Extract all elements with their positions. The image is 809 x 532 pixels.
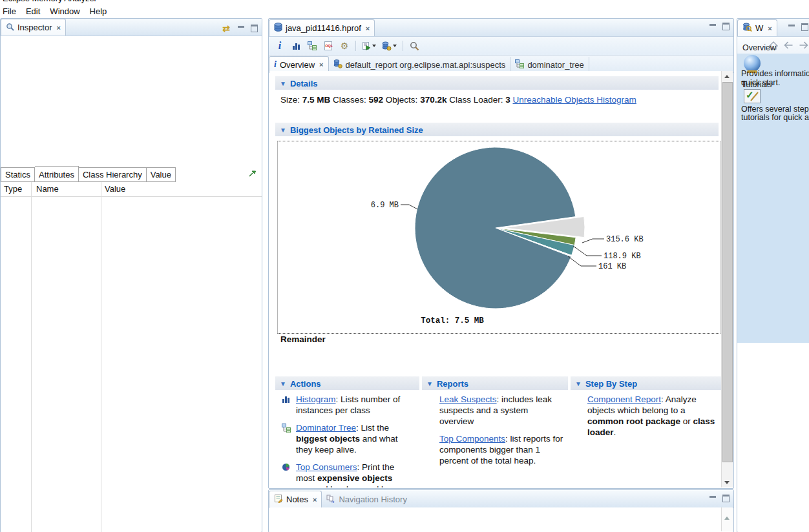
histogram-link[interactable]: Histogram xyxy=(296,394,336,404)
tab-default-report[interactable]: default_report org.eclipse.mat.api:suspe… xyxy=(329,57,511,72)
scroll-up-icon[interactable] xyxy=(722,513,732,523)
scroll-up-icon[interactable] xyxy=(722,71,732,81)
column-divider xyxy=(31,182,32,532)
column-name[interactable]: Name xyxy=(36,184,59,194)
column-type[interactable]: Type xyxy=(4,184,22,194)
tab-dominator-tree[interactable]: dominator_tree xyxy=(510,57,589,72)
unreachable-objects-histogram-link[interactable]: Unreachable Objects Histogram xyxy=(513,95,636,105)
section-step-by-step[interactable]: ▼ Step By Step xyxy=(571,376,722,390)
tab-navigation-history[interactable]: Navigation History xyxy=(322,491,412,507)
navigation-history-icon xyxy=(326,495,335,505)
editor-tabrow: java_pid11416.hprof × xyxy=(269,19,733,37)
section-biggest-objects-title: Biggest Objects by Retained Size xyxy=(290,125,423,135)
histogram-icon[interactable] xyxy=(291,40,301,52)
tab-inspector[interactable]: Inspector × xyxy=(1,19,66,36)
menu-file[interactable]: File xyxy=(3,6,16,16)
maximize-icon[interactable] xyxy=(251,25,258,32)
collapse-arrow-icon[interactable]: ▼ xyxy=(426,380,433,387)
dropdown-icon[interactable] xyxy=(393,45,397,47)
remainder-label: Remainder xyxy=(280,334,326,344)
inspector-panel: Inspector × ⇄ Statics Attributes Class H… xyxy=(0,18,262,532)
leak-suspects-link[interactable]: Leak Suspects xyxy=(439,394,497,404)
section-reports[interactable]: ▼ Reports xyxy=(422,376,568,390)
back-icon[interactable] xyxy=(783,39,793,51)
toolbar-separator xyxy=(355,41,356,51)
synchronize-icon[interactable]: ⇄ xyxy=(221,23,231,34)
tab-value[interactable]: Value xyxy=(147,167,176,182)
overview-content: ▼ Details Size: 7.5 MB Classes: 592 Obje… xyxy=(269,71,722,487)
pin-icon[interactable] xyxy=(248,169,257,180)
tab-overview-label: Overview xyxy=(280,60,315,70)
tab-attributes[interactable]: Attributes xyxy=(35,166,79,182)
minimize-icon[interactable] xyxy=(709,24,716,26)
tab-dominator-tree-label: dominator_tree xyxy=(527,60,583,70)
collapse-arrow-icon[interactable]: ▼ xyxy=(575,380,582,387)
tab-overview[interactable]: i Overview × xyxy=(269,56,329,72)
scrollbar-thumb[interactable] xyxy=(722,82,733,462)
minimize-icon[interactable] xyxy=(709,496,716,498)
tab-notes-label: Notes xyxy=(286,495,308,504)
notes-text-area[interactable] xyxy=(269,507,722,531)
section-details[interactable]: ▼ Details xyxy=(275,76,719,90)
tab-heap-dump[interactable]: java_pid11416.hprof × xyxy=(269,19,375,36)
collapse-arrow-icon[interactable]: ▼ xyxy=(280,380,286,387)
column-value[interactable]: Value xyxy=(105,184,125,194)
toolbar-separator xyxy=(403,41,403,51)
step-by-step-list: Component Report: Analyze objects which … xyxy=(571,394,719,444)
pie-slice-label: 6.9 MB xyxy=(371,201,399,210)
close-icon[interactable]: × xyxy=(768,25,772,32)
component-report-link[interactable]: Component Report xyxy=(587,394,661,404)
menu-edit[interactable]: Edit xyxy=(26,6,40,16)
tab-welcome[interactable]: W × xyxy=(737,19,777,36)
tab-class-hierarchy[interactable]: Class Hierarchy xyxy=(79,167,147,182)
menu-help[interactable]: Help xyxy=(90,6,107,16)
minimize-icon[interactable] xyxy=(788,25,795,26)
maximize-icon[interactable] xyxy=(722,495,730,502)
welcome-panel: W × Overview Provides information xyxy=(737,18,809,532)
overview-info-icon[interactable]: i xyxy=(275,40,285,52)
dominator-tree-link[interactable]: Dominator Tree xyxy=(296,423,356,433)
minimize-icon[interactable] xyxy=(238,26,244,28)
search-icon[interactable] xyxy=(409,40,419,52)
top-components-link[interactable]: Top Components xyxy=(439,434,505,444)
maximize-icon[interactable] xyxy=(801,23,808,31)
section-actions[interactable]: ▼ Actions xyxy=(275,376,419,390)
pie-leader-line xyxy=(401,205,417,209)
maximize-icon[interactable] xyxy=(722,23,730,30)
close-icon[interactable]: × xyxy=(366,25,370,32)
close-icon[interactable]: × xyxy=(313,496,317,504)
retained-size-pie-chart[interactable]: 315.6 KB118.9 KB161 KB6.9 MBTotal: 7.5 M… xyxy=(278,141,720,332)
section-details-title: Details xyxy=(290,79,318,88)
query-browser-icon[interactable] xyxy=(382,40,397,52)
top-consumers-link[interactable]: Top Consumers xyxy=(296,462,357,472)
welcome-tutorials-title[interactable]: Tutorials xyxy=(741,80,772,89)
tab-notes[interactable]: Notes × xyxy=(269,491,322,507)
dropdown-icon[interactable] xyxy=(372,45,376,47)
pie-total-label: Total: 7.5 MB xyxy=(421,316,484,325)
scroll-down-icon[interactable] xyxy=(722,477,732,487)
svg-text:OQL: OQL xyxy=(325,44,333,48)
inspector-property-tabs: Statics Attributes Class Hierarchy Value xyxy=(1,165,262,182)
retained-size-gear-icon[interactable]: ⚙ xyxy=(339,40,350,52)
collapse-arrow-icon[interactable]: ▼ xyxy=(280,127,286,134)
run-report-icon[interactable] xyxy=(362,40,376,52)
pie-leader-line xyxy=(573,246,602,256)
dominator-tree-icon[interactable] xyxy=(307,40,317,52)
attributes-table-header: Type Name Value xyxy=(1,182,262,197)
window-title: Eclipse Memory Analyzer xyxy=(3,0,97,3)
close-icon[interactable]: × xyxy=(319,61,323,68)
section-biggest-objects[interactable]: ▼ Biggest Objects by Retained Size xyxy=(275,123,719,136)
welcome-overview-title[interactable]: Overview xyxy=(742,43,776,52)
notes-scrollbar[interactable] xyxy=(721,507,733,531)
tab-statics[interactable]: Statics xyxy=(1,167,35,182)
close-icon[interactable]: × xyxy=(56,24,60,32)
collapse-arrow-icon[interactable]: ▼ xyxy=(280,80,286,87)
editor-scrollbar[interactable] xyxy=(721,71,733,487)
tutorials-icon[interactable]: ✓ xyxy=(744,89,761,103)
dominator-tree-icon xyxy=(515,59,524,70)
oql-icon[interactable]: OQL xyxy=(323,40,333,52)
forward-icon[interactable] xyxy=(798,39,808,51)
overview-list-item: Dominator Tree: List the biggest objects… xyxy=(282,422,415,455)
menu-window[interactable]: Window xyxy=(50,6,79,16)
pie-leader-line xyxy=(582,239,604,243)
